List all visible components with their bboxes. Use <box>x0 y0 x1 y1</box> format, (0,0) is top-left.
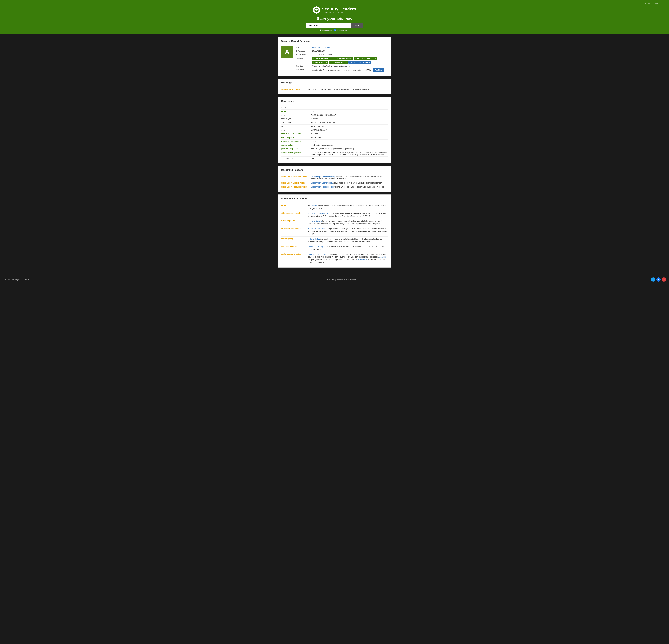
upcoming-name-link[interactable]: Cross-Origin-Resource-Policy <box>281 186 307 188</box>
report-value: 13 Dec 2024 10:12:41 UTC <box>312 53 388 56</box>
warning-item-0: Content-Security-Policy This policy cont… <box>281 87 388 91</box>
upcoming-desc-link[interactable]: Cross-Origin Opener Policy <box>311 182 333 184</box>
addinfo-desc: Referrer Policy is a new header that all… <box>308 238 388 243</box>
headers-row: Headers: ✓ Strict-Transport-Security ✓ X… <box>296 57 388 64</box>
summary-grid: A Site: https://vladbortnik.dev/ IP Addr… <box>281 46 388 73</box>
upcoming-headers-title: Upcoming Headers <box>281 169 388 173</box>
addinfo-link[interactable]: X-Content-Type-Options <box>308 228 327 230</box>
upcoming-headers-card: Upcoming Headers Cross-Origin-Embedder-P… <box>277 166 392 192</box>
raw-header-name: server <box>281 110 311 113</box>
raw-header-name: x-frame-options <box>281 137 311 139</box>
raw-header-name: content-type <box>281 118 311 120</box>
summary-details: Site: https://vladbortnik.dev/ IP Addres… <box>296 46 388 73</box>
addinfo-link[interactable]: Analyse <box>379 256 386 258</box>
upcoming-desc-link[interactable]: Cross-Origin Embedder Policy <box>311 176 335 178</box>
additional-info-card: Additional Information serverThis Server… <box>277 195 392 268</box>
twitter-button[interactable]: t <box>651 277 655 282</box>
raw-header-row: referrer-policystrict-origin-when-cross-… <box>281 143 388 147</box>
site-label: Site: <box>296 46 312 49</box>
raw-header-value: Fri, 25 Oct 2024 03:20:09 GMT <box>311 121 388 124</box>
footer-powered-link[interactable]: Probely <box>337 278 343 281</box>
try-now-button[interactable]: Try Now <box>373 68 384 72</box>
badge-pp: ✓ Permissions-Policy <box>329 61 348 64</box>
badge-xfo: ✓ X-Frame-Options <box>336 57 354 60</box>
raw-header-value: nosniff <box>311 140 388 142</box>
follow-redirects-label[interactable]: Follow redirects <box>334 29 349 31</box>
raw-header-name: content-encoding <box>281 157 311 159</box>
raw-header-name: permissions-policy <box>281 148 311 150</box>
raw-header-row: servernginx <box>281 110 388 113</box>
warnings-list: Content-Security-Policy This policy cont… <box>281 87 388 91</box>
addinfo-desc: X-Content-Type-Options stops a browser f… <box>308 227 388 235</box>
upcoming-name: Cross-Origin-Resource-Policy <box>281 186 311 188</box>
hero-title: Scan your site now <box>0 16 669 21</box>
advanced-row: Advanced: Great grade! Perform a deeper … <box>296 68 388 72</box>
addinfo-desc: HTTP Strict Transport Security is an exc… <box>308 212 388 217</box>
scan-input[interactable] <box>306 23 351 28</box>
follow-redirects-checkbox[interactable] <box>334 29 336 31</box>
top-nav: Home About API <box>0 3 669 6</box>
summary-card: Security Report Summary A Site: https://… <box>277 37 392 76</box>
hide-results-label[interactable]: Hide results <box>320 29 331 31</box>
raw-header-value: gzip <box>311 157 388 159</box>
upcoming-desc: Cross-Origin Resource Policy allows a re… <box>311 186 388 188</box>
facebook-button[interactable]: f <box>656 277 660 282</box>
summary-title: Security Report Summary <box>281 40 388 44</box>
raw-header-name: vary <box>281 125 311 127</box>
addinfo-link[interactable]: X-Frame-Options <box>308 220 322 222</box>
addinfo-row: x-frame-optionsX-Frame-Options tells the… <box>281 219 388 226</box>
footer: A probely.com project - CC-BY-SA 4.0 Pow… <box>0 275 669 284</box>
nav-home[interactable]: Home <box>645 3 650 5</box>
raw-header-row: HTTP/2200 <box>281 106 388 110</box>
addinfo-row: x-content-type-optionsX-Content-Type-Opt… <box>281 226 388 237</box>
nav-api[interactable]: API <box>661 3 665 5</box>
addinfo-desc: Permissions Policy is a new header that … <box>308 245 388 251</box>
additional-info-title: Additional Information <box>281 197 388 201</box>
site-link[interactable]: https://vladbortnik.dev/ <box>312 46 330 48</box>
logo-subtitle: by Probely, a Snyk Business <box>322 11 356 13</box>
grade-box: A <box>281 46 293 58</box>
raw-header-row: content-typetext/html <box>281 117 388 121</box>
addinfo-name: x-content-type-options <box>281 227 308 229</box>
raw-header-row: etagW/"671b0e69-aa3d" <box>281 128 388 132</box>
raw-header-value: nginx <box>311 110 388 113</box>
addinfo-link[interactable]: Permissions Policy <box>308 246 323 248</box>
raw-header-value: Fri, 13 Dec 2024 10:12:40 GMT <box>311 114 388 116</box>
addinfo-link[interactable]: HTTP Strict Transport Security <box>308 212 332 214</box>
footer-probely-link[interactable]: probely.com <box>5 278 14 281</box>
warning-label: Warning: <box>296 65 312 67</box>
upcoming-desc: Cross-Origin Opener Policy allows a site… <box>311 182 388 184</box>
headers-label: Headers: <box>296 57 312 64</box>
badge-xcto: ✓ X-Content-Type-Options <box>354 57 377 60</box>
raw-header-name: referrer-policy <box>281 144 311 146</box>
upcoming-name-link[interactable]: Cross-Origin-Embedder-Policy <box>281 176 307 178</box>
footer-social: t f ✉ <box>651 277 666 282</box>
raw-header-value: SAMEORIGIN <box>311 137 388 139</box>
addinfo-link[interactable]: Content Security Policy <box>308 253 327 255</box>
footer-license-link[interactable]: CC-BY-SA 4.0 <box>22 278 33 281</box>
upcoming-name-link[interactable]: Cross-Origin-Opener-Policy <box>281 182 305 184</box>
addinfo-link[interactable]: Report URI <box>358 259 367 261</box>
raw-header-value: max-age=63072000 <box>311 133 388 135</box>
email-button[interactable]: ✉ <box>662 277 666 282</box>
grade-letter: A <box>285 48 289 56</box>
header-badges: ✓ Strict-Transport-Security ✓ X-Frame-Op… <box>312 57 388 64</box>
upcoming-headers-list: Cross-Origin-Embedder-PolicyCross-Origin… <box>281 175 388 189</box>
ip-label: IP Address: <box>296 49 312 52</box>
addinfo-link[interactable]: Referrer Policy <box>308 238 320 240</box>
scan-button[interactable]: Scan <box>351 23 362 28</box>
addinfo-row: strict-transport-securityHTTP Strict Tra… <box>281 211 388 219</box>
hide-results-checkbox[interactable] <box>320 29 322 31</box>
raw-header-row: permissions-policycamera=(), microphone=… <box>281 147 388 151</box>
addinfo-row: referrer-policyReferrer Policy is a new … <box>281 237 388 244</box>
raw-header-name: etag <box>281 129 311 131</box>
upcoming-row: Cross-Origin-Opener-PolicyCross-Origin O… <box>281 181 388 185</box>
nav-about[interactable]: About <box>653 3 658 5</box>
addinfo-link[interactable]: Server <box>312 205 317 207</box>
raw-header-value: strict-origin-when-cross-origin <box>311 144 388 146</box>
badge-sts: ✓ Strict-Transport-Security <box>312 57 336 60</box>
warning-item-text: This policy contains 'unsafe-eval' which… <box>307 88 388 90</box>
upcoming-desc-link[interactable]: Cross-Origin Resource Policy <box>311 186 334 188</box>
raw-header-name: x-content-type-options <box>281 140 311 142</box>
ip-row: IP Address: 167.172.23.180 <box>296 49 388 52</box>
